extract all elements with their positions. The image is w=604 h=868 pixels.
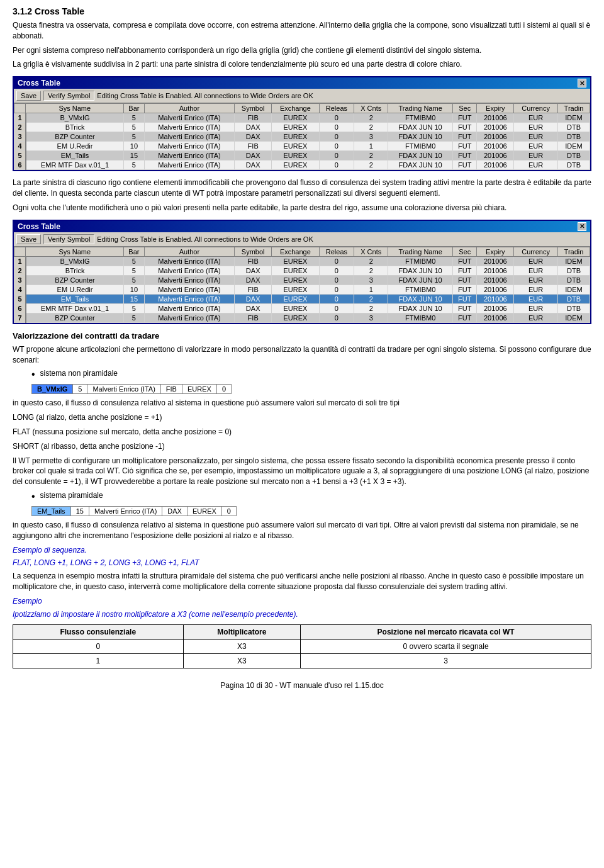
val-p7: in questo caso, il flusso di consulenza … — [13, 520, 591, 541]
table-row: 5EM_Tails15Malverti Enrico (ITA)DAXEUREX… — [14, 151, 590, 161]
val-p5: SHORT (al ribasso, detta anche posizione… — [13, 441, 591, 452]
col-exchange-2: Exchange — [272, 247, 319, 256]
val-p3: LONG (al rialzo, detta anche posizione =… — [13, 412, 591, 423]
table-col1-header: Flusso consulenziale — [13, 625, 184, 640]
sys1-name: B_VMxIG — [32, 385, 73, 394]
col-bar: Bar — [124, 104, 145, 113]
table-row: 5EM_Tails15Malverti Enrico (ITA)DAXEUREX… — [14, 294, 590, 303]
col-num-2 — [14, 247, 26, 256]
sys1-bar: 5 — [73, 385, 87, 394]
esempio2-text: Ipotizziamo di impostare il nostro molti… — [13, 609, 591, 620]
esempio-seq: FLAT, LONG +1, LONG + 2, LONG +3, LONG +… — [13, 558, 591, 568]
table-row: 1B_VMxIG5Malverti Enrico (ITA)FIBEUREX02… — [14, 256, 590, 266]
bullet-piramidale: sistema piramidale — [31, 491, 591, 502]
table-row: 2BTrick5Malverti Enrico (ITA)DAXEUREX02F… — [14, 266, 590, 275]
paragraph-5: Ogni volta che l'utente modificherà uno … — [13, 203, 591, 213]
sys2-name: EM_Tails — [32, 506, 71, 516]
bullet-non-piramidale: sistema non piramidale — [31, 369, 591, 380]
sys2-symbol: DAX — [162, 506, 187, 516]
table-row: 6EMR MTF Dax v.01_15Malverti Enrico (ITA… — [14, 161, 590, 170]
verify-symbol-button-1[interactable]: Verify Symbol — [43, 91, 94, 101]
cross-table-window-2: Cross Table ✕ Save Verify Symbol Editing… — [13, 220, 591, 324]
col-sysname-2: Sys Name — [26, 247, 124, 256]
footer-text: Pagina 10 di 30 - WT manuale d'uso rel 1… — [220, 681, 384, 690]
sys2-value: 0 — [221, 506, 236, 516]
col-symbol-2: Symbol — [235, 247, 272, 256]
sys1-author: Malverti Enrico (ITA) — [87, 385, 160, 394]
cross-table-toolbar-1: Save Verify Symbol Editing Cross Table i… — [14, 89, 590, 103]
col-releas: Releas — [319, 104, 354, 113]
col-expiry-2: Expiry — [477, 247, 514, 256]
valorizzazione-p1: WT propone alcune articolazioni che perm… — [13, 344, 591, 366]
col-num — [14, 104, 26, 113]
col-symbol: Symbol — [235, 104, 272, 113]
table-col2-header: Moltiplicatore — [183, 625, 301, 640]
cross-table-title-1: Cross Table — [18, 79, 60, 87]
cross-table-window-1: Cross Table ✕ Save Verify Symbol Editing… — [13, 76, 591, 171]
moltiplicatore-table: Flusso consulenziale Moltiplicatore Posi… — [13, 624, 591, 668]
page-footer: Pagina 10 di 30 - WT manuale d'uso rel 1… — [13, 681, 591, 690]
close-button-1[interactable]: ✕ — [578, 79, 586, 87]
table-row: 4EM U.Redir10Malverti Enrico (ITA)FIBEUR… — [14, 285, 590, 294]
col-sysname: Sys Name — [26, 104, 124, 113]
paragraph-1: Questa finestra va osservata, compresa e… — [13, 20, 591, 42]
toolbar-status-1: Editing Cross Table is Enabled. All conn… — [97, 92, 313, 99]
col-sec-2: Sec — [453, 247, 477, 256]
cross-table-titlebar-2: Cross Table ✕ — [14, 221, 590, 232]
close-button-2[interactable]: ✕ — [578, 222, 586, 231]
paragraph-3: La griglia è visivamente suddivisa in 2 … — [13, 59, 591, 70]
section-heading: 3.1.2 Cross Table — [13, 6, 591, 16]
grid-2: Sys Name Bar Author Symbol Exchange Rele… — [14, 247, 590, 323]
table-header-row-2: Sys Name Bar Author Symbol Exchange Rele… — [14, 247, 590, 256]
esempio2-label: Esempio — [13, 596, 591, 607]
col-xcnts-2: X Cnts — [354, 247, 388, 256]
table-row: 3BZP Counter5Malverti Enrico (ITA)DAXEUR… — [14, 132, 590, 142]
table-row: 0X30 ovvero scarta il segnale — [13, 640, 591, 654]
cross-table-titlebar-1: Cross Table ✕ — [14, 77, 590, 89]
col-currency-2: Currency — [514, 247, 558, 256]
col-sec: Sec — [453, 104, 477, 113]
table-row: 4EM U.Redir10Malverti Enrico (ITA)FIBEUR… — [14, 142, 590, 151]
col-tradingname: Trading Name — [388, 104, 453, 113]
esempio-label: Esempio di sequenza. — [13, 545, 591, 556]
sys1-value: 0 — [216, 385, 231, 394]
col-exchange: Exchange — [272, 104, 319, 113]
col-releas-2: Releas — [319, 247, 354, 256]
col-tradingname-2: Trading Name — [388, 247, 453, 256]
sys1-exchange: EUREX — [182, 385, 216, 394]
col-bar-2: Bar — [124, 247, 145, 256]
col-expiry: Expiry — [477, 104, 514, 113]
val-p2: in questo caso, il flusso di consulenza … — [13, 398, 591, 409]
paragraph-2: Per ogni sistema compreso nell'abbonamen… — [13, 45, 591, 56]
bullet-label-1: sistema non piramidale — [40, 369, 118, 378]
val-p4: FLAT (nessuna posizione sul mercato, det… — [13, 427, 591, 437]
grid-1: Sys Name Bar Author Symbol Exchange Rele… — [14, 103, 590, 170]
table-row: 2BTrick5Malverti Enrico (ITA)DAXEUREX02F… — [14, 123, 590, 132]
table-col3-header: Posizione nel mercato ricavata col WT — [301, 625, 591, 640]
table-row: 1X33 — [13, 654, 591, 668]
verify-symbol-button-2[interactable]: Verify Symbol — [43, 234, 94, 244]
inline-system-2: EM_Tails 15 Malverti Enrico (ITA) DAX EU… — [31, 506, 591, 516]
paragraph-4: La parte sinistra di ciascuno rigo conti… — [13, 178, 591, 199]
inline-system-1: B_VMxIG 5 Malverti Enrico (ITA) FIB EURE… — [31, 384, 591, 394]
sys2-bar: 15 — [70, 506, 89, 516]
table-row: 7BZP Counter5Malverti Enrico (ITA)FIBEUR… — [14, 313, 590, 322]
save-button-1[interactable]: Save — [16, 91, 41, 101]
sys2-author: Malverti Enrico (ITA) — [89, 506, 162, 516]
sys1-symbol: FIB — [160, 385, 182, 394]
cross-table-title-2: Cross Table — [18, 222, 60, 231]
table-row: 3BZP Counter5Malverti Enrico (ITA)DAXEUR… — [14, 275, 590, 285]
bullet-label-2: sistema piramidale — [40, 491, 103, 500]
col-tradin: Tradin — [557, 104, 590, 113]
val-p6: Il WT permette di configurare un moltipl… — [13, 456, 591, 487]
table-row: 6EMR MTF Dax v.01_15Malverti Enrico (ITA… — [14, 303, 590, 313]
col-author-2: Author — [144, 247, 235, 256]
col-tradin-2: Tradin — [557, 247, 590, 256]
col-xcnts: X Cnts — [354, 104, 388, 113]
val-p8: La sequenza in esempio mostra infatti la… — [13, 571, 591, 592]
sys2-exchange: EUREX — [187, 506, 221, 516]
table-row: 1B_VMxIG5Malverti Enrico (ITA)FIBEUREX02… — [14, 113, 590, 123]
save-button-2[interactable]: Save — [16, 234, 41, 244]
col-author: Author — [144, 104, 235, 113]
table-header-row-1: Sys Name Bar Author Symbol Exchange Rele… — [14, 104, 590, 113]
